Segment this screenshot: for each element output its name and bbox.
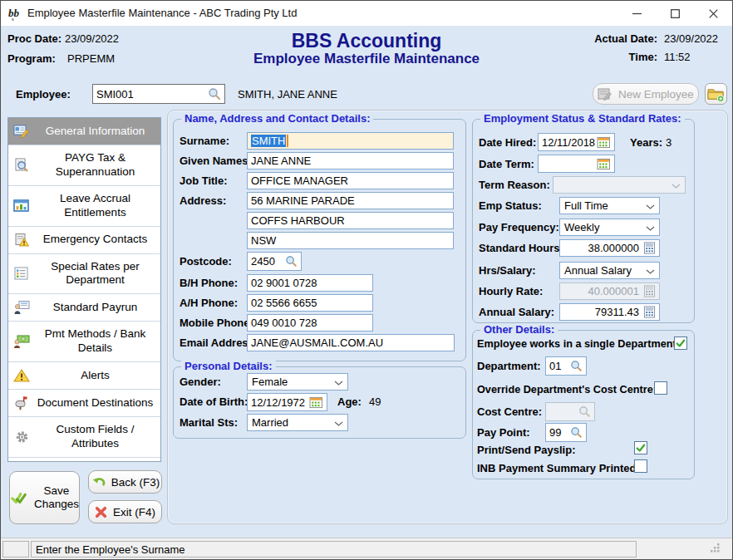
hourly-rate-label: Hourly Rate: — [479, 285, 543, 297]
calculator-icon[interactable] — [643, 242, 656, 254]
new-employee-button[interactable]: New Employee — [593, 83, 699, 105]
single-department-label: Employee works in a single Department: — [477, 338, 680, 350]
sidebar-item-standard-payrun[interactable]: Standard Payrun — [8, 294, 160, 322]
maximize-icon — [671, 9, 680, 18]
sidebar-item-pmt-methods[interactable]: Pmt Methods / Bank Details — [8, 322, 160, 362]
date-term-input[interactable] — [538, 155, 615, 173]
department-lookup-icon[interactable] — [570, 360, 583, 372]
resize-grip[interactable] — [709, 542, 721, 556]
chevron-down-icon — [334, 416, 343, 429]
job-title-label: Job Title: — [180, 174, 228, 187]
employee-code-value: SMI001 — [96, 88, 134, 101]
department-input[interactable]: 01 — [545, 356, 587, 376]
bh-phone-input[interactable]: 02 9001 0728 — [247, 274, 373, 292]
exit-button[interactable]: Exit (F4) — [88, 500, 162, 523]
employee-code-input[interactable]: SMI001 — [92, 84, 225, 104]
app-icon: bbs — [7, 5, 24, 22]
sidebar-item-leave-accrual[interactable]: Leave Accrual Entitlements — [8, 186, 160, 227]
cost-centre-lookup-icon — [578, 405, 591, 418]
marital-value: Married — [252, 416, 288, 429]
payslip-checkbox[interactable] — [634, 441, 647, 454]
sidebar-item-special-rates[interactable]: Special Rates per Department — [8, 254, 160, 295]
sidebar-item-payg-tax[interactable]: PAYG Tax & Superannuation — [8, 145, 160, 186]
job-title-input[interactable]: OFFICE MANAGER — [247, 172, 454, 189]
bh-phone-label: B/H Phone: — [180, 277, 238, 289]
term-reason-select[interactable] — [553, 176, 686, 194]
annual-salary-value: 79311.43 — [595, 306, 639, 318]
pay-point-value: 99 — [549, 426, 561, 439]
folder-add-icon — [707, 86, 725, 102]
back-label: Back (F3) — [111, 476, 160, 489]
dob-input[interactable]: 12/12/1972 — [247, 393, 327, 411]
sidebar-item-label: Leave Accrual Entitlements — [35, 192, 155, 220]
gender-label: Gender: — [180, 376, 221, 388]
address-line2-input[interactable]: COFFS HARBOUR — [247, 212, 454, 229]
employee-lookup-icon[interactable] — [208, 87, 221, 101]
actual-date-value: 23/09/2022 — [664, 32, 726, 45]
mobile-phone-input[interactable]: 049 0010 728 — [247, 314, 373, 332]
annual-salary-input[interactable]: 79311.43 — [559, 303, 660, 321]
hrs-salary-label: Hrs/Salary: — [479, 264, 536, 277]
postcode-lookup-icon[interactable] — [285, 255, 298, 268]
date-hired-input[interactable]: 12/11/2018 — [538, 133, 615, 151]
open-employee-button[interactable] — [705, 83, 727, 105]
postcode-label: Postcode: — [180, 255, 232, 268]
pmt-methods-icon — [12, 335, 31, 348]
calendar-icon[interactable] — [597, 158, 611, 170]
chevron-down-icon — [646, 264, 655, 277]
hourly-rate-input[interactable]: 40.000001 — [559, 282, 660, 300]
calendar-icon[interactable] — [309, 396, 323, 409]
marital-label: Marital Sts: — [180, 416, 238, 429]
address-line1-input[interactable]: 56 MARINE PARADE — [247, 192, 454, 209]
pay-frequency-select[interactable]: Weekly — [559, 219, 660, 236]
postcode-input[interactable]: 2450 — [247, 252, 302, 271]
name-address-group-title: Name, Address and Contact Details: — [181, 112, 373, 125]
hourly-rate-value: 40.000001 — [588, 285, 639, 297]
date-hired-label: Date Hired: — [479, 136, 536, 149]
cost-centre-input[interactable] — [545, 402, 595, 421]
sidebar-item-general-information[interactable]: General Information — [8, 118, 160, 145]
date-term-label: Date Term: — [479, 158, 534, 170]
close-button[interactable] — [695, 1, 732, 26]
calculator-icon[interactable] — [643, 306, 656, 318]
emp-status-select[interactable]: Full Time — [559, 197, 660, 214]
check-icon — [636, 443, 646, 453]
sidebar-item-emergency-contacts[interactable]: Emergency Contacts — [8, 227, 160, 254]
sidebar-item-alerts[interactable]: Alerts — [8, 362, 160, 390]
sidebar-item-label: Special Rates per Department — [35, 260, 155, 288]
address-line3-input[interactable]: NSW — [247, 232, 454, 249]
inb-summary-checkbox[interactable] — [634, 459, 647, 473]
address-label: Address: — [180, 194, 226, 207]
mobile-phone-label: Mobile Phone: — [180, 317, 253, 329]
gender-select[interactable]: Female — [247, 373, 348, 391]
override-cost-centre-checkbox[interactable] — [654, 381, 667, 395]
svg-text:s: s — [12, 16, 14, 22]
employee-label: Employee: — [16, 88, 71, 101]
calendar-icon[interactable] — [597, 136, 611, 149]
single-department-checkbox[interactable] — [674, 336, 687, 350]
back-button[interactable]: Back (F3) — [88, 470, 162, 494]
marital-select[interactable]: Married — [247, 414, 348, 431]
save-changes-button[interactable]: SaveChanges — [9, 471, 80, 524]
standard-hours-label: Standard Hours: — [479, 242, 563, 254]
years-value: 3 — [666, 136, 672, 149]
back-arrow-icon — [91, 476, 106, 489]
pay-point-lookup-icon[interactable] — [570, 426, 583, 439]
standard-hours-input[interactable]: 38.000000 — [559, 239, 660, 257]
ah-phone-value: 02 5566 6655 — [251, 297, 317, 309]
sidebar-item-label: PAYG Tax & Superannuation — [35, 151, 155, 179]
pay-point-input[interactable]: 99 — [545, 423, 587, 442]
maximize-button[interactable] — [657, 1, 694, 26]
ah-phone-input[interactable]: 02 5566 6655 — [247, 294, 373, 312]
given-names-input[interactable]: JANE ANNE — [247, 152, 454, 169]
minimize-button[interactable] — [618, 1, 656, 26]
hrs-salary-select[interactable]: Annual Salary — [559, 262, 660, 279]
surname-input[interactable]: SMITH — [247, 132, 454, 150]
email-input[interactable]: JANE@AUSMAIL.COM.AU — [247, 334, 455, 351]
sidebar-item-document-destinations[interactable]: Document Destinations — [8, 390, 160, 417]
custom-fields-icon — [12, 430, 31, 444]
postcode-value: 2450 — [251, 255, 275, 268]
pay-point-label: Pay Point: — [477, 426, 530, 439]
sidebar-item-custom-fields[interactable]: Custom Fields / Attributes — [8, 417, 160, 458]
new-employee-icon — [598, 87, 612, 101]
